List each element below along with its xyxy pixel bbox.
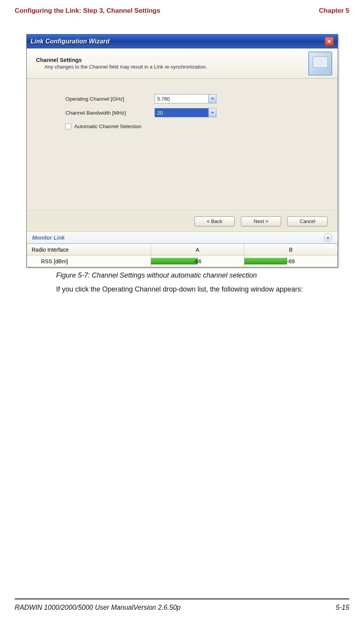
footer-right: 5-15: [336, 604, 349, 612]
operating-channel-label: Operating Channel [GHz]: [65, 96, 155, 102]
table-row-header: Radio Interface A B: [27, 244, 338, 256]
rss-a-cell: -66: [151, 256, 244, 267]
row-channel-bandwidth: Channel Bandwidth [MHz] 20: [65, 108, 330, 117]
rss-b-cell: -69: [244, 256, 338, 267]
operating-channel-value: 5.780: [157, 96, 170, 102]
channel-bandwidth-value: 20: [157, 110, 163, 116]
running-head-right: Chapter 5: [319, 7, 349, 15]
wizard-button-bar: < Back Next > Cancel: [27, 211, 338, 232]
rss-label: RSS [dBm]: [27, 256, 151, 267]
monitor-link-table: Radio Interface A B RSS [dBm] -66 -69: [27, 244, 338, 267]
row-acs[interactable]: Automatic Channel Selection: [65, 124, 330, 129]
running-head-left: Configuring the Link: Step 3, Channel Se…: [15, 7, 160, 15]
footer-left: RADWIN 1000/2000/5000 User ManualVersion…: [15, 604, 180, 612]
table-row-rss: RSS [dBm] -66 -69: [27, 256, 338, 267]
rss-b-value: -69: [287, 258, 295, 264]
wizard-form: Operating Channel [GHz] 5.780 Channel Ba…: [27, 79, 338, 210]
acs-label: Automatic Channel Selection: [74, 124, 141, 129]
body-paragraph: If you click the Operating Channel drop-…: [56, 284, 345, 294]
rss-a-value: -66: [194, 258, 201, 264]
chevron-down-icon[interactable]: [208, 94, 216, 103]
figure-caption: Figure 5-7: Channel Settings without aut…: [56, 271, 364, 280]
row-operating-channel: Operating Channel [GHz] 5.780: [65, 94, 330, 103]
svg-rect-1: [314, 58, 326, 65]
channel-bandwidth-combo[interactable]: 20: [155, 108, 216, 117]
next-button[interactable]: Next >: [241, 216, 281, 226]
chevron-down-icon[interactable]: [208, 108, 216, 117]
svg-rect-2: [318, 68, 323, 69]
column-a-header: A: [151, 244, 244, 256]
svg-rect-3: [316, 69, 324, 70]
wizard-title: Link Configuration Wizard: [31, 38, 110, 45]
acs-checkbox[interactable]: [65, 124, 71, 129]
wizard-panel-subtitle: Any changes to the Channel field may res…: [36, 63, 308, 70]
wizard-window: Link Configuration Wizard ✕ Channel Sett…: [26, 34, 338, 268]
rss-b-bar-icon: [244, 258, 287, 264]
rss-a-bar-icon: [151, 258, 197, 264]
cancel-button[interactable]: Cancel: [287, 216, 328, 226]
wizard-header-texts: Channel Settings Any changes to the Chan…: [36, 57, 308, 70]
collapse-icon[interactable]: [324, 233, 332, 242]
wizard-screenshot: Link Configuration Wizard ✕ Channel Sett…: [26, 34, 338, 268]
footer-rule: [15, 599, 349, 599]
close-icon[interactable]: ✕: [325, 37, 334, 46]
monitor-link-header[interactable]: Monitor Link: [27, 232, 338, 244]
channel-bandwidth-label: Channel Bandwidth [MHz]: [65, 110, 155, 116]
wizard-panel-title: Channel Settings: [36, 57, 308, 63]
radio-interface-label: Radio Interface: [27, 244, 151, 256]
wizard-header-panel: Channel Settings Any changes to the Chan…: [27, 48, 338, 79]
column-b-header: B: [244, 244, 338, 256]
monitor-icon: [308, 51, 332, 75]
operating-channel-combo[interactable]: 5.780: [155, 94, 216, 103]
wizard-titlebar: Link Configuration Wizard ✕: [27, 34, 338, 48]
monitor-link-title: Monitor Link: [32, 235, 65, 241]
back-button[interactable]: < Back: [194, 216, 235, 226]
